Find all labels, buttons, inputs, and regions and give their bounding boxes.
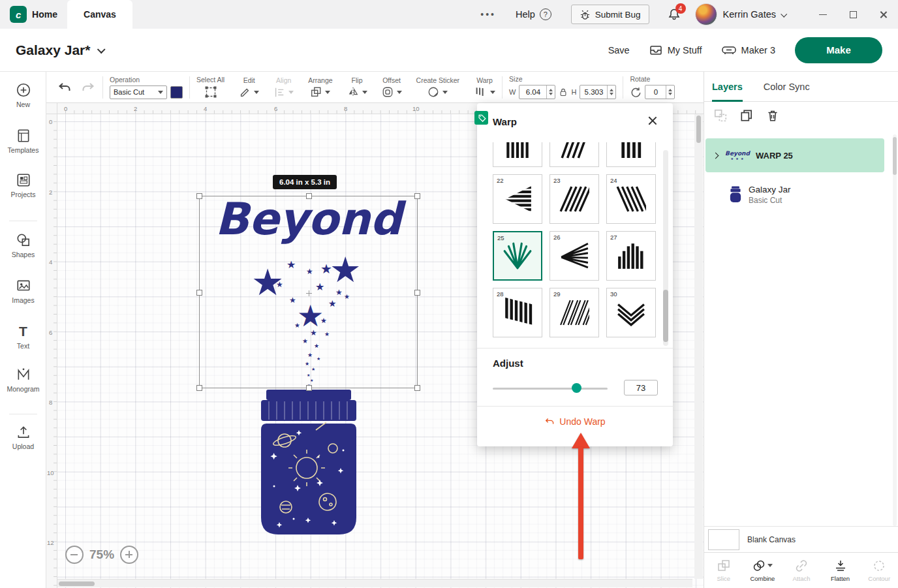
warp-style-28[interactable]: 28 bbox=[493, 288, 542, 337]
maximize-button[interactable] bbox=[838, 0, 868, 29]
select-all-button[interactable]: Select All bbox=[196, 76, 225, 99]
scrollbar-thumb[interactable] bbox=[696, 116, 701, 143]
flip-menu[interactable]: Flip bbox=[347, 76, 367, 98]
edit-menu[interactable]: Edit bbox=[239, 76, 259, 98]
warp-panel-scrollbar[interactable] bbox=[663, 150, 668, 346]
overflow-menu-icon[interactable]: ••• bbox=[480, 9, 496, 20]
layer-row-galaxy-jar[interactable]: Galaxy Jar Basic Cut bbox=[705, 176, 884, 213]
notifications-bell[interactable]: 4 bbox=[668, 8, 681, 21]
selection-handle[interactable] bbox=[196, 290, 202, 296]
save-button[interactable]: Save bbox=[608, 45, 630, 55]
canvas-horizontal-scrollbar[interactable] bbox=[57, 579, 692, 587]
layers-scrollbar[interactable] bbox=[893, 134, 897, 526]
flatten-button[interactable]: Flatten bbox=[821, 553, 860, 588]
tab-color-sync[interactable]: Color Sync bbox=[764, 72, 810, 102]
chevron-down-icon bbox=[158, 91, 163, 94]
close-button[interactable] bbox=[868, 0, 898, 29]
height-field[interactable]: 5.303 bbox=[580, 85, 616, 99]
scrollbar-thumb[interactable] bbox=[893, 137, 897, 175]
warp-style-26[interactable]: 26 bbox=[550, 231, 599, 281]
adjust-slider[interactable] bbox=[493, 383, 608, 394]
sidebar-item-images[interactable]: Images bbox=[0, 278, 46, 304]
delete-button[interactable] bbox=[766, 108, 780, 123]
offset-menu[interactable]: Offset bbox=[382, 76, 402, 98]
lock-icon[interactable] bbox=[559, 87, 568, 97]
arrange-menu[interactable]: Arrange bbox=[308, 76, 332, 98]
home-tab[interactable]: c Home bbox=[0, 0, 67, 29]
warp-icon bbox=[474, 86, 487, 98]
rotate-stepper[interactable] bbox=[666, 85, 674, 99]
warp-style-25-selected[interactable]: 25 bbox=[493, 231, 542, 281]
color-swatch[interactable] bbox=[170, 86, 183, 99]
rotate-field[interactable]: 0 bbox=[645, 85, 675, 99]
machine-selector[interactable]: Maker 3 bbox=[722, 45, 775, 55]
warp-style-24[interactable]: 24 bbox=[606, 174, 656, 224]
warp-style-tile-partial[interactable] bbox=[606, 142, 656, 167]
warp-style-22[interactable]: 22 bbox=[493, 174, 542, 224]
sidebar-item-projects[interactable]: Projects bbox=[0, 172, 46, 198]
project-title-menu[interactable]: Galaxy Jar* bbox=[16, 42, 104, 58]
scrollbar-thumb[interactable] bbox=[59, 581, 95, 586]
user-avatar[interactable] bbox=[695, 3, 717, 25]
duplicate-button[interactable] bbox=[739, 108, 754, 123]
submit-bug-button[interactable]: Submit Bug bbox=[571, 5, 649, 24]
zoom-out-button[interactable] bbox=[65, 546, 84, 564]
my-stuff-button[interactable]: My Stuff bbox=[649, 44, 702, 56]
user-menu[interactable]: Kerrin Gates bbox=[723, 9, 786, 20]
galaxy-jar-graphic[interactable] bbox=[260, 388, 358, 537]
canvas-tab[interactable]: Canvas bbox=[67, 0, 132, 29]
selection-handle[interactable] bbox=[306, 385, 312, 391]
selection-handle[interactable] bbox=[414, 385, 420, 391]
selection-handle[interactable] bbox=[306, 193, 312, 199]
slider-track[interactable] bbox=[493, 388, 608, 390]
warp-style-29[interactable]: 29 bbox=[550, 288, 599, 337]
warp-style-30[interactable]: 30 bbox=[606, 288, 656, 337]
canvas-vertical-scrollbar[interactable] bbox=[694, 114, 703, 579]
flatten-icon bbox=[834, 559, 847, 572]
design-sidebar: New Templates Projects Shapes Images Tex… bbox=[0, 72, 46, 588]
sidebar-item-upload[interactable]: Upload bbox=[0, 424, 46, 450]
sidebar-item-monogram[interactable]: Monogram bbox=[0, 367, 46, 393]
sidebar-item-shapes[interactable]: Shapes bbox=[0, 232, 46, 258]
warp-style-23[interactable]: 23 bbox=[550, 174, 599, 224]
combine-button[interactable]: Combine bbox=[743, 553, 782, 588]
height-stepper[interactable] bbox=[607, 85, 615, 99]
warp-style-tile-partial[interactable] bbox=[550, 142, 599, 167]
warp-29-icon bbox=[559, 298, 589, 328]
warp-menu[interactable]: Warp bbox=[474, 76, 495, 98]
operation-select[interactable]: Basic Cut bbox=[110, 85, 167, 99]
zoom-in-button[interactable] bbox=[120, 546, 138, 564]
selection-handle[interactable] bbox=[414, 290, 420, 296]
redo-button[interactable] bbox=[80, 80, 96, 95]
adjust-value-field[interactable]: 73 bbox=[624, 380, 658, 395]
tab-layers[interactable]: Layers bbox=[712, 72, 743, 102]
make-button[interactable]: Make bbox=[795, 37, 882, 63]
selection-handle[interactable] bbox=[414, 193, 420, 199]
create-sticker-menu[interactable]: Create Sticker bbox=[416, 76, 460, 98]
sidebar-item-templates[interactable]: Templates bbox=[0, 128, 46, 154]
submit-bug-label: Submit Bug bbox=[595, 10, 641, 20]
minimize-button[interactable] bbox=[808, 0, 838, 29]
machine-icon bbox=[722, 45, 736, 55]
help-menu[interactable]: Help ? bbox=[516, 8, 551, 20]
select-similar-button[interactable] bbox=[713, 108, 728, 123]
blank-canvas-row[interactable]: Blank Canvas bbox=[704, 526, 898, 552]
sidebar-item-text[interactable]: Text bbox=[0, 324, 46, 350]
warp-style-tile-partial[interactable] bbox=[493, 142, 542, 167]
warp-panel-close-button[interactable] bbox=[647, 115, 658, 127]
width-field[interactable]: 6.04 bbox=[519, 85, 555, 99]
warp-style-27[interactable]: 27 bbox=[606, 231, 656, 281]
minimize-icon bbox=[819, 14, 827, 15]
scrollbar-thumb[interactable] bbox=[663, 290, 668, 342]
zoom-control: 75% bbox=[65, 546, 138, 564]
selection-handle[interactable] bbox=[196, 193, 202, 199]
layer-row-warp-25[interactable]: Beyond WARP 25 bbox=[705, 138, 884, 172]
width-stepper[interactable] bbox=[546, 85, 555, 99]
selection-handle[interactable] bbox=[196, 385, 202, 391]
sidebar-item-new[interactable]: New bbox=[0, 82, 46, 108]
chevron-right-icon[interactable] bbox=[713, 152, 719, 159]
undo-warp-button[interactable]: Undo Warp bbox=[477, 416, 673, 427]
slider-knob[interactable] bbox=[572, 383, 581, 393]
rotate-icon[interactable] bbox=[630, 86, 642, 98]
undo-button[interactable] bbox=[57, 80, 72, 95]
